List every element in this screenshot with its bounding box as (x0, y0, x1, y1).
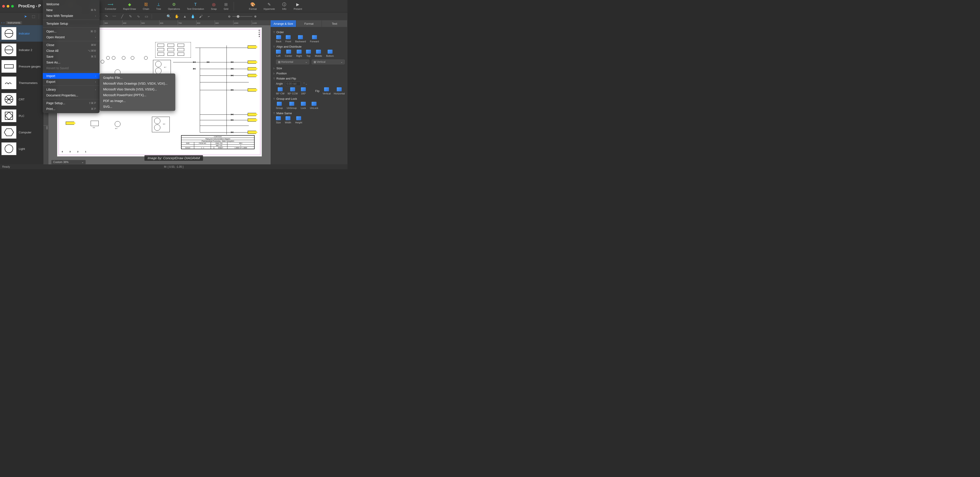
import-svg-[interactable]: SVG... (100, 104, 175, 110)
same-width[interactable]: Width (285, 116, 291, 124)
menu-close-all[interactable]: Close All⌥⌘W (43, 48, 100, 54)
order-back[interactable]: Back (276, 35, 281, 43)
shape-indicator-2[interactable]: Indicator 2 (0, 41, 43, 58)
minimize-window[interactable] (7, 5, 10, 8)
order-forward[interactable]: Forward (310, 35, 319, 43)
hand-tool[interactable]: ✋ (174, 14, 180, 19)
pointer-tool[interactable]: ➤ (23, 14, 28, 19)
group-group[interactable]: Group (276, 102, 283, 109)
flip-horizontal[interactable]: Horizontal (334, 87, 345, 95)
shape-indicator[interactable]: Indicator (0, 25, 43, 41)
section-position[interactable]: ▷Position (273, 72, 345, 75)
toolbar-present[interactable]: ▶Present (292, 2, 304, 11)
menu-open-recent[interactable]: Open Recent› (43, 34, 100, 40)
section-size[interactable]: ▷Size (273, 67, 345, 70)
sidebar-crumb[interactable]: Instruments (6, 21, 22, 24)
rotate--[interactable]: 180° (301, 87, 306, 95)
rotate--cw[interactable]: 90° CW (276, 87, 285, 95)
import-submenu[interactable]: Graphic File...Microsoft Visio Drawings … (100, 73, 175, 111)
align-right[interactable]: Right (296, 50, 302, 57)
distribute-vertical[interactable]: ▦ Vertical⌄ (312, 59, 345, 64)
menu-document-properties-[interactable]: Document Properties... (43, 92, 100, 98)
zoom-tool[interactable]: 🔍 (166, 14, 172, 19)
shape-plc[interactable]: PLC (0, 108, 43, 124)
menu-welcome[interactable]: Welcome (43, 2, 100, 7)
menu-save[interactable]: Save⌘ S (43, 54, 100, 59)
toolbar-format[interactable]: 🎨Format (247, 2, 259, 11)
zoom-combobox[interactable]: Custom 38%⌄ (51, 160, 86, 164)
bezier-tool[interactable]: ∿ (136, 14, 141, 19)
shape-crt[interactable]: CRT (0, 91, 43, 108)
rotate--ccw[interactable]: 90° CCW (288, 87, 298, 95)
order-front[interactable]: Front (285, 35, 291, 43)
tab-format[interactable]: Format (296, 20, 322, 27)
shape-thermometers[interactable]: Thermometers (0, 75, 43, 91)
align-bottom[interactable]: Bottom (326, 50, 334, 57)
toolbar-info[interactable]: ⓘInfo (280, 2, 288, 11)
menu-new-with-template[interactable]: New With Template› (43, 13, 100, 19)
menu-open-[interactable]: Open...⌘ O (43, 29, 100, 34)
stamp-tool[interactable]: ▲ (182, 14, 188, 19)
import-microsoft-visio-drawings-vsd-v[interactable]: Microsoft Visio Drawings (VSD, VSDX, VDX… (100, 81, 175, 86)
close-window[interactable] (2, 5, 5, 8)
brush-tool[interactable]: 🖌 (198, 14, 204, 19)
zoom-in-icon[interactable]: ⊕ (254, 15, 256, 18)
align-center[interactable]: Center (285, 50, 292, 57)
menu-new[interactable]: New⌘ N (43, 7, 100, 13)
zoom-out-icon[interactable]: ⊖ (228, 15, 231, 18)
crop-tool[interactable]: ⌐ (206, 14, 212, 19)
import-pdf-as-image-[interactable]: PDF as Image... (100, 98, 175, 104)
import-microsoft-powerpoint-pptx-[interactable]: Microsoft PowerPoint (PPTX)... (100, 92, 175, 98)
toolbar-snap[interactable]: ◎Snap (209, 2, 218, 11)
angle-input[interactable] (285, 81, 301, 86)
maximize-window[interactable] (11, 5, 14, 8)
toolbar-grid[interactable]: ⊞Grid (222, 2, 230, 11)
redo-tool[interactable]: ↷ (103, 14, 109, 19)
toolbar-connector[interactable]: ⟶Connector (103, 2, 118, 11)
eyedropper-tool[interactable]: 💧 (190, 14, 196, 19)
file-menu[interactable]: WelcomeNew⌘ NNew With Template›Template … (43, 0, 100, 113)
nav-back-icon[interactable]: ‹ (2, 21, 2, 24)
tab-arrange-size[interactable]: Arrange & Size (270, 20, 296, 27)
toolbar-rapid-draw[interactable]: ◆Rapid Draw (121, 2, 138, 11)
menu-close[interactable]: Close⌘W (43, 42, 100, 48)
toolbar-text-orientation[interactable]: TText Orientation (185, 2, 206, 11)
toolbar-operations[interactable]: ⚙Operations (166, 2, 182, 11)
section-group[interactable]: ▽Group and Lock (273, 97, 345, 100)
section-order[interactable]: ▽Order (273, 30, 345, 34)
align-middle[interactable]: Middle (315, 50, 322, 57)
same-size[interactable]: Size (276, 116, 281, 124)
section-make-same[interactable]: ▽Make Same (273, 111, 345, 115)
section-rotate[interactable]: ▽Rotate and Flip (273, 77, 345, 80)
scribble-tool[interactable]: 〰 (111, 14, 117, 19)
tab-text[interactable]: Text (322, 20, 347, 27)
menu-page-setup-[interactable]: Page Setup...⇧⌘ P (43, 100, 100, 106)
toolbar-chain[interactable]: ⛓Chain (141, 2, 151, 11)
align-top[interactable]: Top (306, 50, 311, 57)
rect-tool[interactable]: ▭ (144, 14, 149, 19)
distribute-horizontal[interactable]: ▦ Horizontal⌄ (276, 59, 309, 64)
shape-pressure-gauges[interactable]: Pressure gauges (0, 58, 43, 75)
menu-export[interactable]: Export› (43, 79, 100, 84)
group-unlock[interactable]: UnLock (310, 102, 318, 109)
line-tool[interactable]: ╱ (119, 14, 125, 19)
menu-library[interactable]: Library› (43, 87, 100, 92)
section-align[interactable]: ▽Align and Distribute (273, 45, 345, 48)
group-ungroup[interactable]: UnGroup (287, 102, 297, 109)
group-lock[interactable]: Lock (301, 102, 306, 109)
align-left[interactable]: Left (276, 50, 281, 57)
toolbar-hypernote[interactable]: ✎Hypernote (262, 2, 277, 11)
import-microsoft-visio-stencils-vss-v[interactable]: Microsoft Visio Stencils (VSS, VSSX)... (100, 86, 175, 92)
pen-tool[interactable]: ✎ (127, 14, 133, 19)
marquee-tool[interactable]: ⬚ (31, 14, 36, 19)
import-graphic-file-[interactable]: Graphic File... (100, 75, 175, 81)
flip-vertical[interactable]: Vertical (323, 87, 331, 95)
nav-fwd-icon[interactable]: › (3, 21, 5, 24)
shape-light[interactable]: Light (0, 140, 43, 157)
zoom-slider[interactable]: ⊖ ⊕ (228, 15, 256, 18)
menu-template-setup[interactable]: Template Setup (43, 21, 100, 27)
menu-import[interactable]: Import› (43, 73, 100, 79)
menu-print-[interactable]: Print...⌘ P (43, 106, 100, 112)
shape-computer[interactable]: Computer (0, 124, 43, 140)
toolbar-tree[interactable]: ⊥Tree (154, 2, 163, 11)
